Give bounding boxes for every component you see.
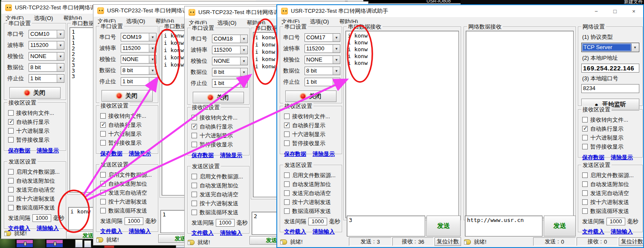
checkbox-icon[interactable] bbox=[284, 140, 290, 146]
checkbox-icon[interactable] bbox=[191, 210, 197, 215]
checkbox-send-as-hex[interactable]: 按十六进制发送 bbox=[280, 198, 342, 207]
network-reset-count-button[interactable]: 复位计数 bbox=[619, 237, 644, 246]
serial-receive-area[interactable]: i konw i konw i konw i konw i konw bbox=[345, 31, 459, 218]
dropdown-arrow-icon[interactable]: ▼ bbox=[333, 34, 340, 41]
checkbox-icon[interactable] bbox=[191, 142, 197, 147]
clear-input-link[interactable]: 清除输入 bbox=[313, 228, 335, 236]
dropdown-arrow-icon[interactable]: ▼ bbox=[240, 46, 247, 54]
checkbox-clear-after-send[interactable]: 发送完自动清空 bbox=[96, 188, 158, 197]
desktop-icon[interactable] bbox=[104, 245, 114, 248]
menu-options[interactable]: 选项(O) bbox=[34, 15, 53, 22]
checkbox-receive-to-file[interactable]: 接收转向文件... bbox=[280, 112, 342, 121]
save-data-link[interactable]: 保存数据 bbox=[8, 147, 30, 155]
dropdown-arrow-icon[interactable]: ▼ bbox=[149, 67, 156, 74]
dropdown-arrow-icon[interactable]: ▼ bbox=[240, 57, 247, 65]
clear-input-link[interactable]: 清除输入 bbox=[611, 228, 633, 236]
minimize-button[interactable]: − bbox=[587, 5, 606, 17]
checkbox-icon[interactable] bbox=[100, 199, 106, 204]
menu-options[interactable]: 选项(O) bbox=[310, 18, 329, 26]
checkbox-icon[interactable] bbox=[100, 140, 106, 146]
serial-send-button[interactable]: 发送 bbox=[426, 216, 461, 236]
window-titlebar[interactable]: USR-TCP232-Test 串口转网络调试助手 − □ × bbox=[277, 5, 643, 17]
dropdown-arrow-icon[interactable]: ▼ bbox=[57, 64, 64, 71]
checkbox-icon[interactable] bbox=[8, 169, 14, 175]
clear-display-link[interactable]: 清除显示 bbox=[220, 152, 242, 159]
menu-options[interactable]: 选项(O) bbox=[218, 19, 237, 27]
save-data-link[interactable]: 保存数据 bbox=[191, 152, 214, 159]
com-port-select[interactable]: COM19 ▼ bbox=[121, 33, 157, 41]
checkbox-icon[interactable] bbox=[582, 208, 588, 214]
data-bits-select[interactable]: 8 bit ▼ bbox=[305, 67, 340, 75]
checkbox-icon[interactable] bbox=[191, 133, 197, 138]
clear-display-link[interactable]: 清除显示 bbox=[313, 150, 335, 158]
parity-select[interactable]: NONE ▼ bbox=[212, 57, 248, 65]
checkbox-auto-linefeed[interactable]: 自动换行显示 bbox=[280, 121, 342, 130]
checkbox-icon[interactable] bbox=[8, 110, 14, 116]
send-interval-input[interactable]: 1000 bbox=[308, 218, 327, 225]
clear-input-link[interactable]: 清除输入 bbox=[220, 229, 242, 237]
checkbox-auto-linefeed[interactable]: 自动换行显示 bbox=[96, 120, 158, 129]
clear-display-link[interactable]: 清除显示 bbox=[129, 150, 151, 158]
checkbox-icon[interactable] bbox=[284, 181, 290, 187]
stop-bits-select[interactable]: 1 bit ▼ bbox=[212, 79, 248, 88]
checkbox-icon[interactable] bbox=[284, 123, 290, 128]
dropdown-arrow-icon[interactable]: ▼ bbox=[333, 45, 340, 53]
checkbox-hex-display[interactable]: 十六进制显示 bbox=[4, 126, 66, 135]
dropdown-arrow-icon[interactable]: ▼ bbox=[149, 44, 156, 52]
load-file-link[interactable]: 文件载入 bbox=[100, 228, 122, 235]
checkbox-icon[interactable] bbox=[582, 126, 588, 131]
checkbox-icon[interactable] bbox=[8, 196, 14, 201]
data-bits-select[interactable]: 8 bit ▼ bbox=[29, 63, 64, 72]
baud-rate-select[interactable]: 115200 ▼ bbox=[121, 44, 157, 53]
checkbox-auto-linefeed[interactable]: 自动换行显示 bbox=[4, 117, 66, 126]
baud-rate-select[interactable]: 115200 ▼ bbox=[212, 46, 248, 54]
checkbox-icon[interactable] bbox=[582, 135, 588, 140]
checkbox-icon[interactable] bbox=[582, 144, 588, 149]
checkbox-clear-after-send[interactable]: 发送完自动清空 bbox=[188, 190, 249, 199]
dropdown-arrow-icon[interactable]: ▼ bbox=[149, 78, 156, 85]
checkbox-icon[interactable] bbox=[284, 172, 290, 178]
parity-select[interactable]: NONE ▼ bbox=[305, 55, 340, 64]
checkbox-icon[interactable] bbox=[284, 190, 290, 196]
checkbox-icon[interactable] bbox=[8, 128, 14, 134]
dropdown-arrow-icon[interactable]: ▼ bbox=[631, 44, 638, 51]
data-bits-select[interactable]: 8 bit ▼ bbox=[121, 66, 157, 75]
checkbox-icon[interactable] bbox=[284, 199, 290, 205]
checkbox-hex-display[interactable]: 十六进制显示 bbox=[188, 131, 249, 140]
com-port-select[interactable]: COM10 ▼ bbox=[29, 30, 64, 38]
checkbox-pause-receive[interactable]: 暂停接收显示 bbox=[188, 140, 249, 149]
checkbox-icon[interactable] bbox=[191, 192, 197, 197]
checkbox-icon[interactable] bbox=[8, 205, 14, 210]
load-file-link[interactable]: 文件载入 bbox=[284, 228, 306, 236]
local-ip-input[interactable]: 169.254.222.146 bbox=[581, 64, 639, 73]
checkbox-icon[interactable] bbox=[191, 124, 197, 129]
send-interval-input[interactable]: 1000 bbox=[216, 219, 235, 227]
checkbox-pause-receive[interactable]: 暂停接收显示 bbox=[4, 135, 66, 144]
network-send-input[interactable]: http://www.usr.cn bbox=[465, 216, 542, 236]
baud-rate-select[interactable]: 115200 ▼ bbox=[305, 44, 340, 53]
baud-rate-select[interactable]: 115200 ▼ bbox=[29, 41, 64, 50]
checkbox-hex-display[interactable]: 十六进制显示 bbox=[578, 133, 642, 142]
dropdown-arrow-icon[interactable]: ▼ bbox=[333, 78, 340, 86]
close-button[interactable]: × bbox=[624, 5, 643, 17]
checkbox-loop-send[interactable]: 数据流循环发送 bbox=[280, 207, 342, 216]
checkbox-icon[interactable] bbox=[100, 113, 106, 119]
checkbox-auto-send-checksum[interactable]: 自动发送附加位 bbox=[578, 180, 642, 189]
clear-display-link[interactable]: 清除显示 bbox=[37, 147, 59, 155]
desktop-icon[interactable] bbox=[46, 239, 63, 248]
checkbox-file-data-source[interactable]: 启用文件数据源... bbox=[578, 171, 642, 180]
checkbox-auto-send-checksum[interactable]: 自动发送附加位 bbox=[188, 181, 249, 190]
data-bits-select[interactable]: 8 bit ▼ bbox=[212, 68, 248, 76]
dropdown-arrow-icon[interactable]: ▼ bbox=[57, 41, 64, 49]
checkbox-file-data-source[interactable]: 启用文件数据源... bbox=[188, 172, 249, 181]
serial-reset-count-button[interactable]: 复位计数 bbox=[435, 237, 461, 246]
checkbox-file-data-source[interactable]: 启用文件数据源... bbox=[280, 171, 342, 180]
parity-select[interactable]: NONE ▼ bbox=[29, 52, 64, 61]
checkbox-send-as-hex[interactable]: 按十六进制发送 bbox=[96, 197, 158, 206]
checkbox-icon[interactable] bbox=[582, 117, 588, 123]
checkbox-receive-to-file[interactable]: 接收转向文件... bbox=[578, 115, 642, 124]
checkbox-icon[interactable] bbox=[8, 187, 14, 193]
checkbox-loop-send[interactable]: 数据流循环发送 bbox=[188, 208, 249, 217]
send-interval-input[interactable]: 1000 bbox=[125, 217, 143, 225]
local-port-input[interactable]: 8234 bbox=[581, 84, 639, 93]
